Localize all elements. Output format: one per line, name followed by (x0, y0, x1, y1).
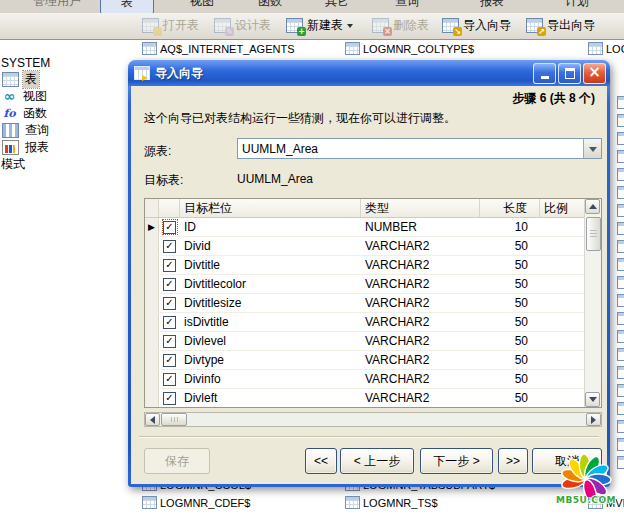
grid-row[interactable]: ▶ Divinfo VARCHAR2 50 (145, 370, 601, 389)
grid-row[interactable]: ▶ Divtitlesize VARCHAR2 50 (145, 294, 601, 313)
grid-row[interactable]: ▶ Divtitlecolor VARCHAR2 50 (145, 275, 601, 294)
top-tab[interactable]: 查询 (383, 0, 431, 12)
tree-item[interactable]: 表 (0, 71, 140, 88)
grid-vertical-scrollbar[interactable] (584, 199, 601, 407)
connection-tree: SYSTEM 表 视图 (0, 54, 140, 173)
field-name-cell: Divinfo (180, 370, 361, 388)
table-list-item[interactable]: LOGMNR_COLTYPE$ (345, 42, 474, 55)
dialog-titlebar[interactable]: 导入向导 (128, 60, 610, 86)
minimize-button[interactable] (533, 63, 556, 84)
field-length-cell: 50 (480, 332, 540, 350)
row-checkbox-cell (159, 370, 180, 388)
toolbar-button[interactable]: 打开表 (138, 15, 203, 35)
tree-root-system[interactable]: SYSTEM (0, 54, 140, 71)
toolbar-button[interactable]: 设计表 (210, 15, 275, 35)
grid-header-checkbox[interactable] (159, 199, 180, 217)
top-tab[interactable]: 其它 (313, 0, 361, 12)
field-length-cell: 10 (480, 218, 540, 236)
table-name: LOGMNR_CDEF$ (160, 497, 250, 509)
toolbar-button[interactable]: 删除表 (368, 15, 433, 35)
table-list-item[interactable]: LOGMNR_ (588, 42, 624, 55)
grid-header-scale[interactable]: 比例 (540, 199, 585, 217)
field-checkbox[interactable] (163, 297, 176, 310)
clipped-table-icon (617, 294, 624, 307)
field-checkbox[interactable] (163, 316, 176, 329)
tree-item-label: 查询 (23, 122, 51, 139)
row-selector-cell: ▶ (145, 218, 159, 236)
maximize-button[interactable] (558, 63, 581, 84)
grid-row[interactable]: ▶ isDivtitle VARCHAR2 50 (145, 313, 601, 332)
clipped-table-icon (617, 420, 624, 433)
grid-horizontal-scrollbar[interactable] (144, 412, 602, 427)
table-icon (372, 18, 389, 33)
row-selector-cell: ▶ (145, 237, 159, 255)
vertical-scroll-thumb[interactable] (586, 217, 601, 251)
table-list-row: LOGMNR_CDEF$ LOGMNR_TS$ MVIEW$_ (140, 496, 624, 512)
field-checkbox[interactable] (163, 221, 176, 234)
row-checkbox-cell (159, 256, 180, 274)
top-tab[interactable]: 表 (100, 0, 154, 14)
clipped-table-icon (617, 456, 624, 469)
tree-item[interactable]: 报表 (0, 139, 140, 156)
toolbar-button[interactable]: 导入向导 (438, 15, 515, 35)
tree-item-icon (2, 123, 19, 138)
toolbar-button[interactable]: 导出向导 (522, 15, 599, 35)
row-selector-cell: ▶ (145, 370, 159, 388)
field-checkbox[interactable] (163, 354, 176, 367)
table-list-item[interactable]: LOGMNR_CDEF$ (142, 496, 250, 509)
field-checkbox[interactable] (163, 278, 176, 291)
grid-header-length[interactable]: 长度 (480, 199, 540, 217)
cancel-button[interactable]: 取消 (532, 448, 602, 474)
field-checkbox[interactable] (163, 335, 176, 348)
first-step-button[interactable]: << (305, 448, 337, 474)
top-tab[interactable]: 计划 (553, 0, 601, 12)
horizontal-scroll-thumb[interactable] (161, 413, 187, 426)
table-list-item[interactable]: LOGMNR_TS$ (345, 496, 438, 509)
tree-item[interactable]: 函数 (0, 105, 140, 122)
grid-row[interactable]: ▶ Divid VARCHAR2 50 (145, 237, 601, 256)
grid-header-type[interactable]: 类型 (361, 199, 480, 217)
field-checkbox[interactable] (163, 392, 176, 405)
top-tab[interactable]: 函数 (246, 0, 294, 12)
previous-step-button[interactable]: < 上一步 (340, 448, 414, 474)
table-list-item[interactable]: MVIEW$_ (588, 496, 624, 509)
grid-row[interactable]: ▶ Divtitle VARCHAR2 50 (145, 256, 601, 275)
dropdown-arrow-icon[interactable] (583, 139, 601, 158)
top-tab[interactable]: 报表 (468, 0, 516, 12)
field-checkbox[interactable] (163, 240, 176, 253)
tree-item-icon (2, 140, 19, 155)
source-table-select[interactable]: UUMLM_Area (237, 138, 602, 159)
field-checkbox[interactable] (163, 373, 176, 386)
save-button[interactable]: 保存 (144, 448, 210, 474)
table-list-item[interactable]: AQ$_INTERNET_AGENTS (142, 42, 294, 55)
row-selector-cell: ▶ (145, 351, 159, 369)
tree-item-schema[interactable]: 模式 (0, 156, 140, 173)
grid-row[interactable]: ▶ ID NUMBER 10 (145, 218, 601, 237)
tree-item[interactable]: 查询 (0, 122, 140, 139)
top-tab[interactable]: 视图 (178, 0, 226, 12)
field-checkbox[interactable] (163, 259, 176, 272)
toolbar-button[interactable]: 新建表 (282, 15, 357, 35)
grid-row[interactable]: ▶ Divtype VARCHAR2 50 (145, 351, 601, 370)
scroll-down-icon[interactable] (585, 392, 600, 407)
current-row-arrow-icon: ▶ (148, 223, 155, 232)
grid-row[interactable]: ▶ Divleft VARCHAR2 50 (145, 389, 601, 408)
field-type-cell: VARCHAR2 (361, 256, 480, 274)
grid-row[interactable]: ▶ Divlevel VARCHAR2 50 (145, 332, 601, 351)
field-length-cell: 50 (480, 294, 540, 312)
grid-header-field[interactable]: 目标栏位 (180, 199, 361, 217)
close-button[interactable] (583, 63, 606, 84)
field-name-cell: Divlevel (180, 332, 361, 350)
tree-item-icon (2, 107, 17, 120)
scroll-up-icon[interactable] (585, 199, 600, 214)
field-name-cell: Divtitlecolor (180, 275, 361, 293)
scroll-left-icon[interactable] (145, 413, 160, 426)
row-selector-cell: ▶ (145, 294, 159, 312)
scroll-right-icon[interactable] (586, 413, 601, 426)
tree-item[interactable]: 视图 (0, 88, 140, 105)
toolbar-button-label: 导入向导 (463, 17, 511, 34)
last-step-button[interactable]: >> (498, 448, 528, 474)
clipped-table-icon (617, 384, 624, 397)
next-step-button[interactable]: 下一步 > (420, 448, 493, 474)
clipped-table-icon (617, 258, 624, 271)
